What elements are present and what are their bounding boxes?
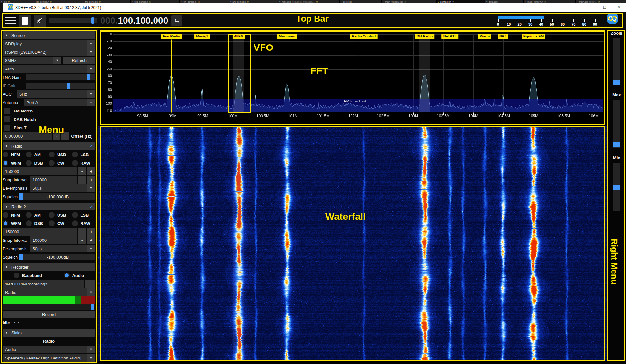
mode-option-usb[interactable]: USB [49,151,72,158]
source-driver-select[interactable]: SDRplay▼ [3,40,95,48]
recorder-volume-slider[interactable] [3,304,95,310]
code-tab-core-cpp[interactable]: Ccore.cpp [340,0,382,3]
if-mode-select[interactable]: Auto▼ [3,65,95,73]
source-section-header[interactable]: ▼Source [3,31,95,39]
mode-option-lsb[interactable]: LSB [72,211,95,219]
mode-option-dsb[interactable]: DSB [26,219,49,227]
mode-option-nfm[interactable]: NFM [3,151,26,158]
code-tab-fm-demod-h[interactable]: Cfm_demod.hM [81,0,131,3]
mode-option-raw[interactable]: RAW [72,159,95,167]
snap-plus-button[interactable]: + [87,236,95,244]
recorder-volume-handle[interactable] [91,304,94,310]
recorder-stream-select[interactable]: Radio▼ [3,288,95,296]
audio-device-select[interactable]: Speakers (Realtek High Definition Audio)… [3,354,95,362]
mute-button[interactable] [34,15,46,27]
antenna-select[interactable]: Port A▼ [24,99,95,106]
mode-option-usb[interactable]: USB [49,211,72,219]
fm-notch-checkbox[interactable] [4,108,10,114]
offset-input[interactable]: 0.000000 [3,132,52,140]
lna-gain-handle[interactable] [87,74,90,80]
dab-notch-checkbox[interactable] [4,116,10,122]
maximize-button[interactable]: ☐ [598,3,612,12]
close-button[interactable]: ✕ [612,3,626,12]
if-gain-slider[interactable] [26,83,95,89]
snap-interval-input[interactable]: 100000 [30,176,77,184]
frequency-display[interactable]: 000.100.100.000 [100,16,168,26]
mode-option-wfm[interactable]: WFM [3,219,26,227]
waterfall-display[interactable] [98,126,607,361]
mode-option-am[interactable]: AM [26,211,49,219]
radio-section-header[interactable]: ▼Radio✓ [3,142,95,150]
code-tab-cw-demod-h[interactable]: Ccw_demod.hM [180,0,229,3]
mode-option-wfm[interactable]: WFM [3,159,26,167]
bandwidth-minus-button[interactable]: - [78,228,86,236]
squelch-handle[interactable] [19,254,23,260]
recorder-section-header[interactable]: ▼Recorder [3,263,95,271]
baseband-radio-option[interactable]: Baseband [14,273,42,278]
close-tab-icon[interactable]: × [452,1,454,3]
bandwidth-select[interactable]: 8MHz▼ [3,57,61,64]
code-tab-config-json[interactable]: {}config.json× [437,0,485,3]
lna-gain-slider[interactable] [26,74,95,80]
fft-canvas[interactable] [98,29,607,126]
code-tab-usb-demod-h[interactable]: Cusb_demod.hM [131,0,180,3]
mode-option-cw[interactable]: CW [49,159,72,167]
record-button[interactable]: Record [3,311,95,318]
if-gain-handle[interactable] [67,83,70,89]
offset-minus-button[interactable]: - [53,132,60,140]
recording-path-input[interactable]: %ROOT%/Recordings [3,280,84,288]
mode-option-raw[interactable]: RAW [72,219,95,227]
bias-t-checkbox[interactable] [4,125,10,131]
snap-minus-button[interactable]: - [78,236,86,244]
audio-radio-option[interactable]: Audio [64,273,84,278]
code-tab-d-h[interactable]: Cd.hM [0,0,32,3]
code-tab-main-window-cpp[interactable]: Cmain_window.cppM [382,0,437,3]
zoom-slider-handle[interactable] [613,80,620,85]
stop-button[interactable] [19,15,31,27]
menu-toggle-button[interactable] [5,16,16,26]
sink-type-select[interactable]: Audio▼ [3,346,95,353]
code-tab-style-cpp[interactable]: Cstyle.cpp [485,0,524,3]
snap-plus-button[interactable]: + [87,176,95,184]
radio-bandwidth-input[interactable]: 150000 [3,167,77,175]
mode-option-am[interactable]: AM [26,151,49,158]
code-tab-main-cpp[interactable]: Cmain.cppfrequency_manager\...M [278,0,340,3]
max-slider-handle[interactable] [613,142,620,147]
squelch-handle[interactable] [19,193,23,200]
code-tab-am-demod-h[interactable]: Cam_demod.hM [229,0,278,3]
deemphasis-select[interactable]: 50µs▼ [30,245,95,252]
fft-zoom-slider[interactable] [613,38,620,85]
mode-option-dsb[interactable]: DSB [26,159,49,167]
agc-select[interactable]: 5Hz▼ [17,90,95,98]
deemphasis-select[interactable]: 50µs▼ [30,184,95,192]
squelch-slider[interactable]: -100.000dB [20,193,95,200]
snap-minus-button[interactable]: - [78,176,86,184]
mode-option-cw[interactable]: CW [49,219,72,227]
code-tab-main-cpp[interactable]: Cmain.cppradio\...M [576,0,626,3]
minimize-button[interactable]: ─ [583,3,598,12]
radio2-section-header[interactable]: ▼Radio 2✓ [3,203,95,210]
code-tab-main-window-h[interactable]: Cmain_window.hM [524,0,576,3]
source-device-select[interactable]: RSPdx (191106DA42)▼ [3,48,95,56]
bandwidth-plus-button[interactable]: + [87,228,95,236]
refresh-button[interactable]: Refresh [63,57,95,64]
sinks-section-header[interactable]: ▼Sinks [3,329,95,337]
bandwidth-plus-button[interactable]: + [87,167,95,175]
fft-max-slider[interactable] [613,100,620,148]
waterfall-canvas[interactable] [98,126,607,361]
offset-plus-button[interactable]: + [61,132,69,140]
fft-display[interactable]: 0-10-20-30-40-50-60-70-80-90-100-110 98.… [98,29,607,126]
browse-button[interactable]: ... [85,280,95,288]
volume-slider[interactable] [49,18,97,23]
radio2-bandwidth-input[interactable]: 150000 [3,228,77,236]
swap-arrows-button[interactable]: ⇆ [171,15,182,26]
code-tab-lsb-demod-h[interactable]: Clsb_demod.hM [32,0,81,3]
mode-option-lsb[interactable]: LSB [72,151,95,158]
min-slider-handle[interactable] [613,185,620,190]
fft-min-slider[interactable] [613,163,620,211]
squelch-slider[interactable]: -100.000dB [20,254,95,260]
mode-option-nfm[interactable]: NFM [3,211,26,219]
bandwidth-minus-button[interactable]: - [78,167,86,175]
snap-interval-input[interactable]: 100000 [30,236,77,244]
volume-slider-handle[interactable] [91,17,94,24]
